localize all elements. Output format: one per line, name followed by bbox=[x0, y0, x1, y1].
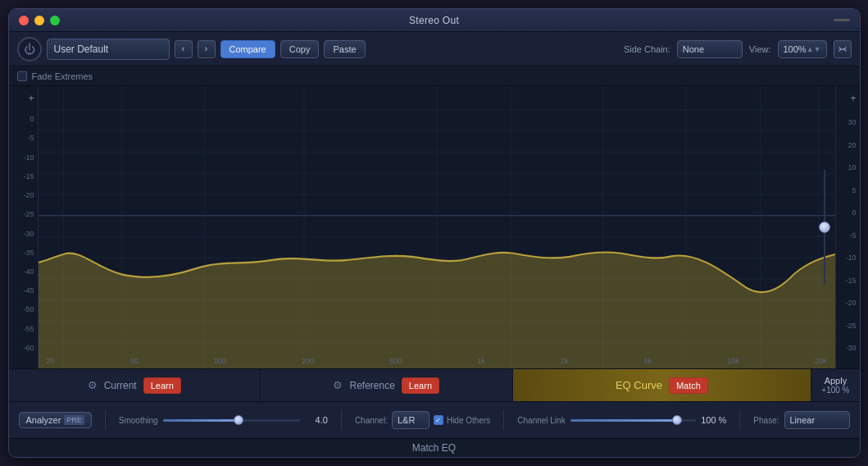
smoothing-value: 4.0 bbox=[305, 415, 328, 425]
apply-label: Apply bbox=[825, 376, 848, 386]
y-label-n5: -5 bbox=[12, 134, 34, 142]
bottom-section: ⚙ Current Learn ⚙ Reference Learn EQ Cur… bbox=[9, 368, 860, 438]
y-label-0: 0 bbox=[12, 115, 34, 123]
next-preset-button[interactable]: › bbox=[198, 40, 216, 58]
copy-button[interactable]: Copy bbox=[280, 40, 320, 58]
toolbar-right: Side Chain: None View: 100% ▲▼ bbox=[624, 40, 852, 58]
y-label-n30: -30 bbox=[12, 230, 34, 238]
y-label-n50: -50 bbox=[12, 305, 34, 313]
phase-label: Phase: bbox=[753, 416, 779, 425]
x-label-1k: 1k bbox=[477, 357, 485, 365]
hide-others-checkbox[interactable]: ✓ bbox=[434, 415, 443, 425]
section-eq-curve: EQ Curve Match bbox=[513, 369, 811, 401]
y-right-n30: -30 bbox=[838, 344, 857, 352]
channel-link-label: Channel Link bbox=[517, 416, 565, 425]
smoothing-group: Smoothing 4.0 bbox=[119, 415, 328, 425]
channel-link-group: Channel Link 100 % bbox=[517, 415, 726, 425]
channel-link-thumb[interactable] bbox=[672, 415, 682, 425]
phase-group: Phase: Linear bbox=[753, 411, 849, 429]
current-title: Current bbox=[104, 380, 137, 391]
x-label-100: 100 bbox=[214, 357, 226, 365]
vertical-slider-track bbox=[824, 170, 825, 285]
divider-2 bbox=[341, 410, 342, 430]
smoothing-slider[interactable] bbox=[163, 419, 300, 422]
maximize-button[interactable] bbox=[50, 16, 60, 25]
minimize-right-icon bbox=[834, 19, 850, 21]
plugin-name: Match EQ bbox=[412, 442, 456, 454]
x-label-500: 500 bbox=[389, 357, 402, 365]
analyzer-label: Analyzer bbox=[26, 415, 61, 425]
y-label-n60: -60 bbox=[12, 344, 34, 352]
apply-value: +100 % bbox=[821, 386, 849, 395]
section-current: ⚙ Current Learn bbox=[9, 369, 261, 401]
x-labels: 20 50 100 200 500 1k 2k 5k 10k 20k bbox=[39, 357, 835, 365]
divider-4 bbox=[739, 410, 740, 430]
y-right-30: 30 bbox=[838, 118, 857, 126]
match-button[interactable]: Match bbox=[669, 377, 708, 394]
preset-select[interactable]: User Default bbox=[47, 39, 170, 60]
x-label-5k: 5k bbox=[644, 357, 652, 365]
apply-section[interactable]: Apply +100 % bbox=[811, 369, 859, 401]
toolbar-left: ⏻ User Default ‹ › Compare Copy Paste bbox=[17, 37, 366, 62]
reference-settings-gear[interactable]: ⚙ bbox=[333, 379, 343, 391]
fade-extremes-label: Fade Extremes bbox=[32, 71, 93, 81]
current-learn-button[interactable]: Learn bbox=[143, 377, 181, 394]
fade-extremes-bar: Fade Extremes bbox=[9, 66, 860, 86]
link-button[interactable] bbox=[834, 40, 852, 58]
reference-title: Reference bbox=[349, 380, 394, 391]
minimize-button[interactable] bbox=[34, 16, 44, 25]
y-label-n55: -55 bbox=[12, 325, 34, 333]
eq-canvas: 20 50 100 200 500 1k 2k 5k 10k 20k bbox=[39, 86, 835, 368]
y-right-n10: -10 bbox=[838, 254, 857, 262]
divider-3 bbox=[503, 410, 504, 430]
channel-link-slider[interactable] bbox=[570, 419, 697, 422]
match-eq-row: ⚙ Current Learn ⚙ Reference Learn EQ Cur… bbox=[9, 369, 860, 402]
y-right-5: 5 bbox=[838, 186, 857, 194]
channel-label: Channel: bbox=[355, 416, 388, 425]
view-stepper-icon: ▲▼ bbox=[807, 45, 821, 53]
phase-select[interactable]: Linear bbox=[784, 411, 850, 429]
close-button[interactable] bbox=[19, 16, 29, 25]
channel-select[interactable]: L&R bbox=[392, 411, 429, 429]
power-button[interactable]: ⏻ bbox=[17, 37, 42, 62]
y-label-n35: -35 bbox=[12, 249, 34, 257]
vertical-slider[interactable] bbox=[819, 103, 830, 352]
section-reference: ⚙ Reference Learn bbox=[261, 369, 513, 401]
view-label: View: bbox=[749, 44, 771, 54]
x-label-200: 200 bbox=[302, 357, 314, 365]
reference-learn-button[interactable]: Learn bbox=[402, 377, 439, 394]
y-right-n15: -15 bbox=[838, 276, 857, 285]
y-right-0: 0 bbox=[838, 208, 857, 217]
compare-button[interactable]: Compare bbox=[220, 40, 275, 58]
analyzer-button[interactable]: Analyzer PRE bbox=[19, 412, 92, 428]
hide-others-group[interactable]: ✓ Hide Others bbox=[434, 415, 490, 425]
y-label-n10: -10 bbox=[12, 153, 34, 162]
smoothing-thumb[interactable] bbox=[234, 415, 243, 425]
vertical-slider-handle[interactable] bbox=[819, 222, 830, 233]
fade-extremes-checkbox[interactable] bbox=[17, 71, 27, 81]
view-value: 100% bbox=[784, 44, 807, 54]
y-axis-right: + 30 20 10 5 0 -5 -10 -15 -20 -25 -30 bbox=[835, 86, 860, 368]
pre-badge: PRE bbox=[64, 415, 84, 425]
y-label-n40: -40 bbox=[12, 267, 34, 276]
view-control[interactable]: 100% ▲▼ bbox=[778, 40, 827, 58]
plugin-window: Stereo Out ⏻ User Default ‹ › Compare Co… bbox=[8, 8, 861, 458]
y-right-n5: -5 bbox=[838, 231, 857, 240]
y-label-n20: -20 bbox=[12, 191, 34, 199]
divider-1 bbox=[105, 410, 106, 430]
y-label-n25: -25 bbox=[12, 210, 34, 218]
x-label-20k: 20k bbox=[815, 357, 827, 365]
y-label-n15: -15 bbox=[12, 172, 34, 180]
current-settings-gear[interactable]: ⚙ bbox=[88, 379, 98, 391]
side-chain-select[interactable]: None bbox=[677, 40, 743, 58]
side-chain-label: Side Chain: bbox=[624, 44, 670, 54]
y-right-n25: -25 bbox=[838, 322, 857, 330]
y-label-n45: -45 bbox=[12, 286, 34, 295]
paste-button[interactable]: Paste bbox=[324, 40, 365, 58]
y-plus-icon: + bbox=[12, 93, 34, 104]
x-label-50: 50 bbox=[130, 357, 139, 365]
eq-curve-svg bbox=[39, 86, 835, 368]
x-label-20: 20 bbox=[47, 357, 55, 365]
prev-preset-button[interactable]: ‹ bbox=[175, 40, 193, 58]
channel-link-value: 100 % bbox=[701, 415, 726, 425]
